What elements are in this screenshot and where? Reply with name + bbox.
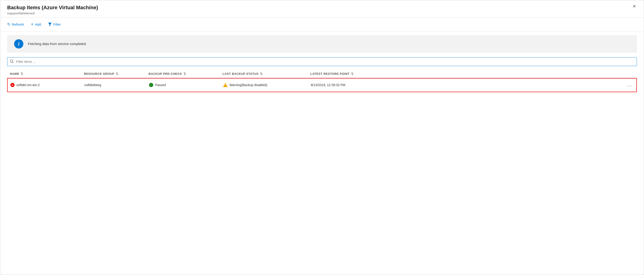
- close-button[interactable]: ×: [632, 3, 637, 9]
- column-header-backup-pre-check: BACKUP PRE-CHECK ⇅: [146, 72, 220, 75]
- table: NAME ⇅ RESOURCE GROUP ⇅ BACKUP PRE-CHECK…: [7, 70, 637, 275]
- column-header-name: NAME ⇅: [7, 72, 81, 75]
- cell-backup-pre-check: Passed: [146, 80, 220, 90]
- add-button[interactable]: + Add: [31, 21, 41, 28]
- title-bar-left: Backup Items (Azure Virtual Machine) sog…: [7, 4, 98, 15]
- add-icon: +: [31, 22, 34, 27]
- column-header-latest-restore-point: LATEST RESTORE POINT ⇅: [308, 72, 623, 75]
- sort-icon-name[interactable]: ⇅: [20, 72, 23, 75]
- stop-icon: [10, 83, 14, 87]
- refresh-icon: ↻: [7, 22, 10, 27]
- info-icon: i: [14, 39, 23, 48]
- svg-marker-0: [48, 23, 52, 26]
- banner-message: Fetching data from service completed.: [28, 42, 87, 46]
- filter-label: Filter: [53, 22, 61, 26]
- filter-button[interactable]: Filter: [48, 21, 61, 27]
- cell-latest-restore-point: 8/13/2019, 12:39:32 PM: [308, 80, 622, 90]
- column-header-resource-group: RESOURCE GROUP ⇅: [81, 72, 146, 75]
- sort-icon-resource-group[interactable]: ⇅: [116, 72, 118, 75]
- add-label: Add: [35, 22, 41, 26]
- cell-name: softdel-vm-am-2: [8, 80, 82, 90]
- table-row[interactable]: softdel-vm-am-2 softdeleterg Passed Warn…: [7, 78, 637, 92]
- vm-name: softdel-vm-am-2: [16, 83, 40, 87]
- sort-icon-last-backup-status[interactable]: ⇅: [260, 72, 263, 75]
- filter-icon: [48, 23, 52, 26]
- warning-icon: [223, 83, 228, 87]
- cell-last-backup-status: Warning(Backup disabled): [220, 80, 308, 90]
- sort-icon-backup-pre-check[interactable]: ⇅: [184, 72, 186, 75]
- toolbar: ↻ Refresh + Add Filter: [0, 17, 644, 31]
- more-actions-button[interactable]: ...: [625, 82, 634, 88]
- info-banner: i Fetching data from service completed.: [7, 35, 637, 53]
- check-icon: [149, 83, 153, 87]
- refresh-label: Refresh: [12, 22, 24, 26]
- column-header-actions: [623, 72, 637, 75]
- page-title: Backup Items (Azure Virtual Machine): [7, 4, 98, 11]
- page-subtitle: sogupsoftdeletevault: [7, 11, 98, 15]
- refresh-button[interactable]: ↻ Refresh: [7, 21, 24, 28]
- title-bar: Backup Items (Azure Virtual Machine) sog…: [0, 0, 644, 17]
- sort-icon-latest-restore-point[interactable]: ⇅: [351, 72, 354, 75]
- search-container: [7, 57, 637, 66]
- table-header: NAME ⇅ RESOURCE GROUP ⇅ BACKUP PRE-CHECK…: [7, 70, 637, 78]
- main-window: Backup Items (Azure Virtual Machine) sog…: [0, 0, 644, 275]
- cell-actions: ...: [622, 78, 636, 92]
- column-header-last-backup-status: LAST BACKUP STATUS ⇅: [220, 72, 308, 75]
- cell-resource-group: softdeleterg: [82, 80, 146, 90]
- search-input[interactable]: [7, 57, 637, 66]
